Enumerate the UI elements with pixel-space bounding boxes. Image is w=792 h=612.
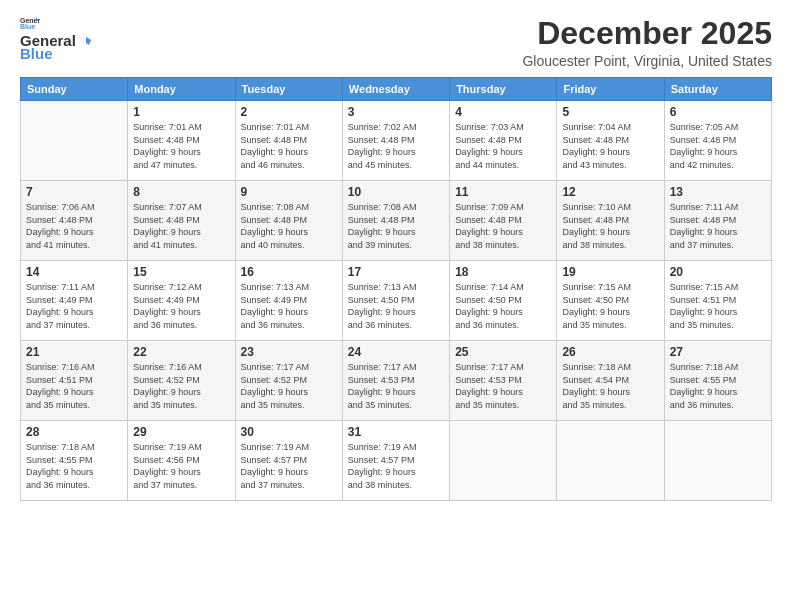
logo: General Blue General Blue — [20, 16, 96, 62]
calendar-header-row: SundayMondayTuesdayWednesdayThursdayFrid… — [21, 78, 772, 101]
day-info: Sunrise: 7:19 AM Sunset: 4:57 PM Dayligh… — [241, 441, 337, 491]
day-number: 20 — [670, 265, 766, 279]
day-info: Sunrise: 7:12 AM Sunset: 4:49 PM Dayligh… — [133, 281, 229, 331]
calendar-cell: 25Sunrise: 7:17 AM Sunset: 4:53 PM Dayli… — [450, 341, 557, 421]
day-number: 31 — [348, 425, 444, 439]
day-header-wednesday: Wednesday — [342, 78, 449, 101]
calendar-cell: 5Sunrise: 7:04 AM Sunset: 4:48 PM Daylig… — [557, 101, 664, 181]
day-header-friday: Friday — [557, 78, 664, 101]
day-info: Sunrise: 7:18 AM Sunset: 4:54 PM Dayligh… — [562, 361, 658, 411]
day-number: 4 — [455, 105, 551, 119]
svg-text:Blue: Blue — [20, 23, 35, 30]
logo-blue: Blue — [20, 45, 53, 62]
calendar-cell: 31Sunrise: 7:19 AM Sunset: 4:57 PM Dayli… — [342, 421, 449, 501]
day-info: Sunrise: 7:11 AM Sunset: 4:49 PM Dayligh… — [26, 281, 122, 331]
calendar-cell: 13Sunrise: 7:11 AM Sunset: 4:48 PM Dayli… — [664, 181, 771, 261]
day-info: Sunrise: 7:19 AM Sunset: 4:56 PM Dayligh… — [133, 441, 229, 491]
day-number: 7 — [26, 185, 122, 199]
calendar-week-4: 21Sunrise: 7:16 AM Sunset: 4:51 PM Dayli… — [21, 341, 772, 421]
day-number: 24 — [348, 345, 444, 359]
title-block: December 2025 Gloucester Point, Virginia… — [522, 16, 772, 69]
calendar-cell: 19Sunrise: 7:15 AM Sunset: 4:50 PM Dayli… — [557, 261, 664, 341]
calendar-cell: 15Sunrise: 7:12 AM Sunset: 4:49 PM Dayli… — [128, 261, 235, 341]
calendar-cell: 9Sunrise: 7:08 AM Sunset: 4:48 PM Daylig… — [235, 181, 342, 261]
calendar-cell: 8Sunrise: 7:07 AM Sunset: 4:48 PM Daylig… — [128, 181, 235, 261]
calendar-cell: 21Sunrise: 7:16 AM Sunset: 4:51 PM Dayli… — [21, 341, 128, 421]
day-number: 11 — [455, 185, 551, 199]
day-info: Sunrise: 7:13 AM Sunset: 4:50 PM Dayligh… — [348, 281, 444, 331]
day-header-tuesday: Tuesday — [235, 78, 342, 101]
day-info: Sunrise: 7:18 AM Sunset: 4:55 PM Dayligh… — [670, 361, 766, 411]
main-title: December 2025 — [522, 16, 772, 51]
calendar-cell: 7Sunrise: 7:06 AM Sunset: 4:48 PM Daylig… — [21, 181, 128, 261]
day-info: Sunrise: 7:11 AM Sunset: 4:48 PM Dayligh… — [670, 201, 766, 251]
day-info: Sunrise: 7:19 AM Sunset: 4:57 PM Dayligh… — [348, 441, 444, 491]
day-info: Sunrise: 7:01 AM Sunset: 4:48 PM Dayligh… — [241, 121, 337, 171]
day-info: Sunrise: 7:08 AM Sunset: 4:48 PM Dayligh… — [241, 201, 337, 251]
day-info: Sunrise: 7:15 AM Sunset: 4:51 PM Dayligh… — [670, 281, 766, 331]
day-info: Sunrise: 7:18 AM Sunset: 4:55 PM Dayligh… — [26, 441, 122, 491]
day-number: 2 — [241, 105, 337, 119]
calendar-cell: 4Sunrise: 7:03 AM Sunset: 4:48 PM Daylig… — [450, 101, 557, 181]
logo-bird-icon — [77, 35, 95, 47]
day-number: 15 — [133, 265, 229, 279]
calendar-week-1: 1Sunrise: 7:01 AM Sunset: 4:48 PM Daylig… — [21, 101, 772, 181]
day-number: 28 — [26, 425, 122, 439]
calendar-cell: 20Sunrise: 7:15 AM Sunset: 4:51 PM Dayli… — [664, 261, 771, 341]
calendar-cell: 18Sunrise: 7:14 AM Sunset: 4:50 PM Dayli… — [450, 261, 557, 341]
calendar-week-3: 14Sunrise: 7:11 AM Sunset: 4:49 PM Dayli… — [21, 261, 772, 341]
day-number: 17 — [348, 265, 444, 279]
day-info: Sunrise: 7:04 AM Sunset: 4:48 PM Dayligh… — [562, 121, 658, 171]
calendar-cell: 30Sunrise: 7:19 AM Sunset: 4:57 PM Dayli… — [235, 421, 342, 501]
calendar-cell: 2Sunrise: 7:01 AM Sunset: 4:48 PM Daylig… — [235, 101, 342, 181]
day-info: Sunrise: 7:17 AM Sunset: 4:53 PM Dayligh… — [455, 361, 551, 411]
day-number: 26 — [562, 345, 658, 359]
calendar-cell: 11Sunrise: 7:09 AM Sunset: 4:48 PM Dayli… — [450, 181, 557, 261]
logo-icon: General Blue — [20, 16, 40, 30]
day-number: 8 — [133, 185, 229, 199]
day-info: Sunrise: 7:07 AM Sunset: 4:48 PM Dayligh… — [133, 201, 229, 251]
calendar-table: SundayMondayTuesdayWednesdayThursdayFrid… — [20, 77, 772, 501]
day-number: 21 — [26, 345, 122, 359]
calendar-cell: 24Sunrise: 7:17 AM Sunset: 4:53 PM Dayli… — [342, 341, 449, 421]
day-info: Sunrise: 7:17 AM Sunset: 4:53 PM Dayligh… — [348, 361, 444, 411]
day-number: 14 — [26, 265, 122, 279]
header: General Blue General Blue December 2025 … — [20, 16, 772, 69]
calendar-week-2: 7Sunrise: 7:06 AM Sunset: 4:48 PM Daylig… — [21, 181, 772, 261]
calendar-cell: 12Sunrise: 7:10 AM Sunset: 4:48 PM Dayli… — [557, 181, 664, 261]
day-info: Sunrise: 7:14 AM Sunset: 4:50 PM Dayligh… — [455, 281, 551, 331]
day-info: Sunrise: 7:13 AM Sunset: 4:49 PM Dayligh… — [241, 281, 337, 331]
day-number: 16 — [241, 265, 337, 279]
day-header-monday: Monday — [128, 78, 235, 101]
calendar-cell: 22Sunrise: 7:16 AM Sunset: 4:52 PM Dayli… — [128, 341, 235, 421]
day-number: 29 — [133, 425, 229, 439]
day-info: Sunrise: 7:02 AM Sunset: 4:48 PM Dayligh… — [348, 121, 444, 171]
day-number: 25 — [455, 345, 551, 359]
day-number: 30 — [241, 425, 337, 439]
day-number: 23 — [241, 345, 337, 359]
day-header-thursday: Thursday — [450, 78, 557, 101]
day-number: 22 — [133, 345, 229, 359]
day-number: 13 — [670, 185, 766, 199]
day-info: Sunrise: 7:09 AM Sunset: 4:48 PM Dayligh… — [455, 201, 551, 251]
calendar-cell: 3Sunrise: 7:02 AM Sunset: 4:48 PM Daylig… — [342, 101, 449, 181]
calendar-cell: 1Sunrise: 7:01 AM Sunset: 4:48 PM Daylig… — [128, 101, 235, 181]
day-number: 10 — [348, 185, 444, 199]
day-number: 12 — [562, 185, 658, 199]
day-info: Sunrise: 7:10 AM Sunset: 4:48 PM Dayligh… — [562, 201, 658, 251]
calendar-cell: 23Sunrise: 7:17 AM Sunset: 4:52 PM Dayli… — [235, 341, 342, 421]
day-number: 9 — [241, 185, 337, 199]
day-info: Sunrise: 7:16 AM Sunset: 4:52 PM Dayligh… — [133, 361, 229, 411]
calendar-cell: 14Sunrise: 7:11 AM Sunset: 4:49 PM Dayli… — [21, 261, 128, 341]
calendar-cell — [664, 421, 771, 501]
day-number: 27 — [670, 345, 766, 359]
calendar-cell: 27Sunrise: 7:18 AM Sunset: 4:55 PM Dayli… — [664, 341, 771, 421]
day-number: 6 — [670, 105, 766, 119]
day-info: Sunrise: 7:05 AM Sunset: 4:48 PM Dayligh… — [670, 121, 766, 171]
day-number: 19 — [562, 265, 658, 279]
subtitle: Gloucester Point, Virginia, United State… — [522, 53, 772, 69]
calendar-cell: 16Sunrise: 7:13 AM Sunset: 4:49 PM Dayli… — [235, 261, 342, 341]
calendar-week-5: 28Sunrise: 7:18 AM Sunset: 4:55 PM Dayli… — [21, 421, 772, 501]
page: General Blue General Blue December 2025 … — [0, 0, 792, 612]
day-header-sunday: Sunday — [21, 78, 128, 101]
